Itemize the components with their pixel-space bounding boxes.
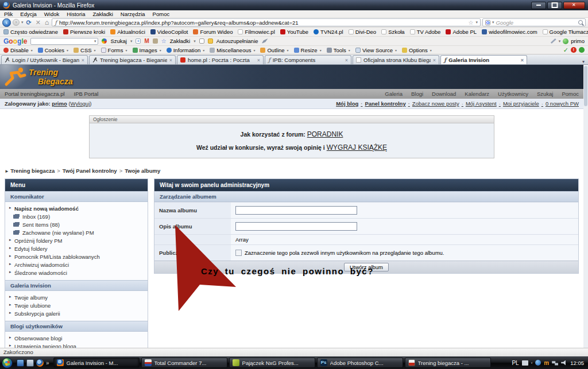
- tray-collapse-icon[interactable]: ‹: [531, 360, 533, 366]
- tab-close-icon[interactable]: ×: [257, 57, 260, 63]
- sidebar-item-gallery-subs[interactable]: Subskrypcja galerii: [5, 309, 148, 317]
- bookmark-item[interactable]: Forum Wideo: [193, 29, 233, 35]
- tab-list-dropdown-icon[interactable]: ▾: [580, 59, 587, 64]
- menu-widok[interactable]: Widok: [44, 11, 59, 17]
- bookmark-item[interactable]: Aktualności: [110, 29, 145, 35]
- search-icon[interactable]: [578, 20, 583, 25]
- tab-close-icon[interactable]: ×: [82, 57, 84, 63]
- poradnik-link[interactable]: PORADNIK: [307, 130, 343, 138]
- sidebar-item-tracked[interactable]: Śledzone wiadomości: [5, 269, 148, 277]
- sidebar-item-pm-helper[interactable]: Pomocnik PM/Lista zablokowanych: [5, 253, 148, 261]
- tab-trening-biegacza[interactable]: Trening biegacza - Bieganie to nasz... ×: [89, 55, 176, 64]
- nav-ipb-portal-link[interactable]: IPB Portal: [74, 91, 99, 97]
- show-desktop-icon[interactable]: [17, 359, 24, 367]
- my-blog-link[interactable]: Mój blog: [336, 100, 362, 107]
- autofill-folder-icon[interactable]: [208, 38, 213, 44]
- stop-button[interactable]: ✕: [34, 19, 42, 26]
- home-button[interactable]: ⌂: [44, 18, 50, 26]
- dev-information-menu[interactable]: Information: [167, 47, 205, 53]
- breadcrumb-forum[interactable]: Trening biegacza: [10, 168, 55, 174]
- google-star-icon[interactable]: ☆: [161, 38, 167, 44]
- search-placeholder[interactable]: Google: [496, 20, 577, 26]
- autofill-button[interactable]: Autouzupełnianie: [216, 38, 258, 44]
- settings-dropdown-icon[interactable]: ▾: [559, 39, 561, 44]
- dev-cookies-menu[interactable]: Cookies: [38, 47, 68, 53]
- nav-galeria-link[interactable]: Galeria: [385, 91, 403, 97]
- start-button[interactable]: [2, 358, 13, 368]
- toolbar-settings-icon[interactable]: [551, 38, 556, 44]
- history-dropdown-icon[interactable]: ▾: [21, 20, 24, 25]
- nav-pomoc-link[interactable]: Pomoc: [562, 91, 579, 97]
- dev-viewsource-menu[interactable]: View Source: [355, 47, 397, 53]
- bookmarks-dropdown-icon[interactable]: ▾: [194, 39, 196, 44]
- my-friends-link[interactable]: Moi przyjaciele: [503, 100, 543, 107]
- keyboard-icon[interactable]: [522, 360, 528, 366]
- google-bookmarks-button[interactable]: Zakładki: [170, 38, 190, 44]
- back-button[interactable]: ‹: [2, 18, 11, 27]
- restore-button[interactable]: [547, 2, 562, 9]
- search-options-dropdown-icon[interactable]: ▾: [130, 39, 133, 44]
- tab-close-icon[interactable]: ×: [433, 57, 436, 63]
- bookmark-item[interactable]: Filmowiec.pl: [238, 29, 274, 35]
- search-box[interactable]: G ▾ Google: [482, 18, 586, 26]
- new-pm-link[interactable]: 0 nowych PW: [546, 100, 579, 107]
- taskbar-button-photoshop[interactable]: Ps Adobe Photoshop C...: [317, 358, 403, 368]
- dev-css-menu[interactable]: CSS: [74, 47, 96, 53]
- firefox-quicklaunch-icon[interactable]: [36, 359, 44, 367]
- tab-galeria-invision[interactable]: ƒ Galeria Invision ×: [440, 55, 527, 64]
- bookmark-item[interactable]: TVN24.pl: [314, 29, 343, 35]
- sidebar-item-archive[interactable]: Archiwizuj wiadomości: [5, 261, 148, 269]
- sidebar-item-saved-pm[interactable]: Zachowane (nie wysłane) PM: [5, 228, 148, 236]
- control-panel-link[interactable]: Panel kontrolny: [365, 100, 409, 107]
- bookmark-star-icon[interactable]: ☆: [469, 20, 474, 26]
- google-search-icon[interactable]: [102, 38, 107, 44]
- js-error-icon[interactable]: !: [571, 47, 577, 53]
- bookmark-item[interactable]: Adobe PL: [446, 29, 477, 35]
- bookmark-item[interactable]: Szkoła: [381, 29, 405, 35]
- render-ok-icon[interactable]: [579, 47, 585, 53]
- google-username[interactable]: primo: [571, 38, 585, 44]
- nav-szukaj-link[interactable]: Szukaj: [537, 91, 554, 97]
- sidebar-item-blog-settings[interactable]: Ustawienia twojego bloga: [5, 342, 148, 348]
- sidebar-item-new-message[interactable]: Napisz nową wiadomość: [5, 204, 148, 212]
- bookmark-item[interactable]: Często odwiedzane: [3, 29, 58, 35]
- network-icon[interactable]: [552, 360, 558, 366]
- menu-narzedzia[interactable]: Narzędzia: [121, 11, 145, 17]
- sidebar-item-watched-blogs[interactable]: Obserwowane blogi: [5, 334, 148, 342]
- sidebar-item-inbox[interactable]: Inbox (169): [5, 212, 148, 220]
- clock[interactable]: 12:05: [570, 360, 584, 366]
- nav-portal-link[interactable]: Portal treningbiegacza.pl: [5, 91, 65, 97]
- search-engine-dropdown-icon[interactable]: ▾: [492, 20, 494, 25]
- bookmark-item[interactable]: YouTube: [280, 29, 308, 35]
- google-input-dropdown-icon[interactable]: ▾: [94, 39, 96, 44]
- dev-resize-menu[interactable]: Resize: [294, 47, 322, 53]
- tab-close-icon[interactable]: ×: [345, 57, 348, 63]
- menu-historia[interactable]: Historia: [67, 11, 85, 17]
- bookmark-item[interactable]: VideoCopilot: [150, 29, 188, 35]
- tab-ipb-components[interactable]: ƒ IPB: Components ×: [265, 55, 351, 64]
- add-button-icon[interactable]: +: [136, 38, 141, 44]
- sidebar-item-sent[interactable]: Sent Items (88): [5, 220, 148, 228]
- pen-icon[interactable]: [262, 38, 268, 44]
- language-indicator[interactable]: PL: [512, 360, 519, 366]
- sidebar-item-empty-folders[interactable]: Opróżnij foldery PM: [5, 236, 148, 244]
- bookmark-item[interactable]: Pierwsze kroki: [63, 29, 105, 35]
- sidebar-item-favorites[interactable]: Twoje ulubione: [5, 301, 148, 309]
- dev-forms-menu[interactable]: Forms: [101, 47, 127, 53]
- menu-edycja[interactable]: Edycja: [20, 11, 37, 17]
- css-valid-icon[interactable]: ✓: [563, 46, 568, 54]
- sidebar-item-your-albums[interactable]: Twoje albumy: [5, 293, 148, 301]
- wygraj-ksiazke-link[interactable]: WYGRAJ KSIĄŻKĘ: [327, 143, 387, 152]
- tray-m-icon[interactable]: m: [544, 360, 549, 366]
- volume-icon[interactable]: [561, 360, 567, 366]
- messenger-icon[interactable]: [26, 359, 34, 367]
- bookmark-item[interactable]: wideofilmowiec.com: [482, 29, 537, 35]
- minimize-button[interactable]: [531, 2, 546, 9]
- taskbar-button-trening-biegacza[interactable]: Trening biegacza - ...: [405, 358, 491, 368]
- forward-button[interactable]: ›: [13, 19, 20, 26]
- google-search-button[interactable]: Szukaj: [110, 38, 127, 44]
- breadcrumb-panel[interactable]: Twój Panel kontrolny: [63, 168, 117, 174]
- logout-link[interactable]: Wyloguj: [71, 100, 90, 107]
- scrollbar-thumb[interactable]: [584, 66, 587, 106]
- username-link[interactable]: primo: [52, 100, 67, 107]
